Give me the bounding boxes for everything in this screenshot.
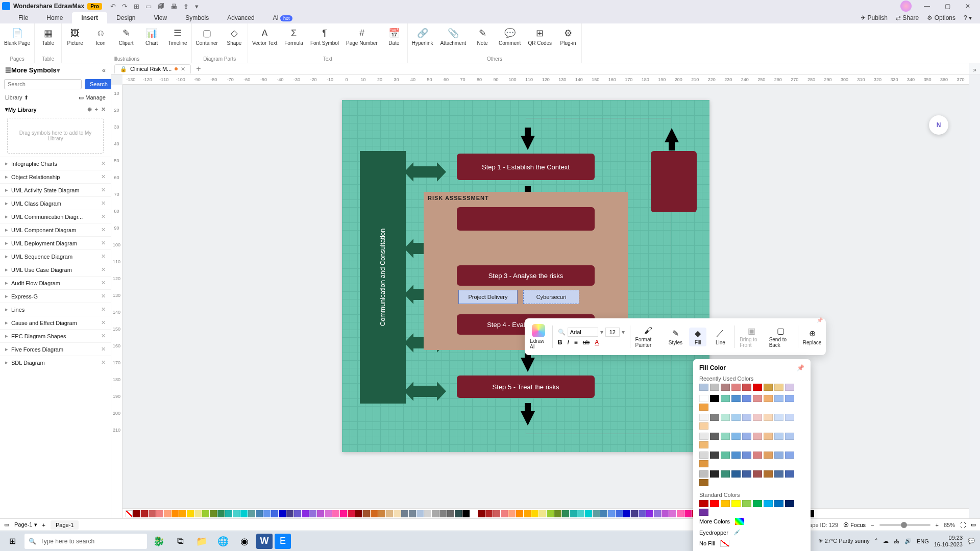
maximize-button[interactable]: ▢ [937, 3, 958, 10]
right-panel-toggle[interactable]: » [969, 63, 980, 518]
strike-button[interactable]: ab [583, 339, 590, 346]
color-swatch[interactable] [764, 452, 773, 459]
document-tab[interactable]: 🔒 Clinical Risk M... ✕ [114, 64, 191, 73]
palette-swatch[interactable] [401, 510, 408, 517]
taskbar-search[interactable]: 🔍Type here to search [24, 534, 147, 549]
color-swatch[interactable] [785, 384, 794, 391]
blank-page-button[interactable]: 📄Blank Page [4, 28, 30, 46]
chrome-icon[interactable]: ◉ [235, 533, 254, 549]
bring-to-front-button[interactable]: ▣Bring to Front [740, 325, 764, 348]
palette-swatch[interactable] [248, 510, 255, 517]
color-swatch[interactable] [753, 452, 762, 459]
color-swatch[interactable] [731, 470, 741, 478]
palette-swatch[interactable] [600, 510, 607, 517]
redo-icon[interactable]: ↷ [122, 3, 128, 10]
formula-button[interactable]: ΣFormula [284, 28, 303, 46]
palette-swatch[interactable] [149, 510, 156, 517]
new-tab-button[interactable]: + [196, 64, 201, 73]
category-item[interactable]: ▸Lines✕ [0, 303, 111, 316]
focus-toggle[interactable]: ⦿ Focus [843, 522, 866, 528]
color-swatch[interactable] [764, 470, 773, 478]
page-number-button[interactable]: #Page Number [346, 28, 378, 46]
color-swatch[interactable] [774, 384, 783, 391]
palette-swatch[interactable] [386, 510, 393, 517]
double-arrow-icon[interactable] [413, 166, 437, 178]
language-indicator[interactable]: ENG [917, 538, 929, 544]
shape-button[interactable]: ◇Shape [225, 28, 243, 46]
palette-swatch[interactable] [631, 510, 638, 517]
color-swatch[interactable] [721, 384, 730, 391]
palette-swatch[interactable] [172, 510, 179, 517]
palette-swatch[interactable] [240, 510, 248, 517]
page-list-icon[interactable]: ▭ [4, 521, 9, 528]
add-page-button[interactable]: + [42, 522, 45, 528]
user-avatar[interactable] [900, 1, 912, 12]
zoom-slider[interactable] [879, 524, 930, 526]
communication-column[interactable]: Communication and Consultation [360, 151, 406, 404]
color-swatch[interactable] [742, 500, 751, 507]
picture-button[interactable]: 🖼Picture [66, 28, 84, 46]
font-symbol-button[interactable]: ¶Font Symbol [310, 28, 339, 46]
color-swatch[interactable] [699, 404, 708, 411]
palette-swatch[interactable] [439, 510, 447, 517]
category-item[interactable]: ▸UML Sequence Diagram✕ [0, 249, 111, 263]
close-icon[interactable]: ✕ [101, 173, 106, 180]
canvas[interactable]: N Communication and Consultation [122, 85, 969, 507]
comment-button[interactable]: 💬Comment [499, 28, 521, 46]
palette-swatch[interactable] [554, 510, 561, 517]
close-button[interactable]: ✕ [958, 3, 978, 10]
palette-swatch[interactable] [194, 510, 202, 517]
arrow-up-icon[interactable] [665, 128, 679, 142]
palette-swatch[interactable] [363, 510, 370, 517]
collapse-panel-icon[interactable]: « [102, 66, 106, 74]
task-view-icon[interactable]: ⧉ [170, 533, 190, 549]
color-swatch[interactable] [764, 414, 773, 421]
table-button[interactable]: ▦Table [39, 28, 57, 46]
color-swatch[interactable] [753, 395, 762, 402]
share-button[interactable]: ⇄ Share [896, 14, 919, 21]
icon-button[interactable]: ☺Icon [91, 28, 110, 46]
diagram-page[interactable]: Communication and Consultation St [342, 100, 709, 452]
color-swatch[interactable] [699, 433, 708, 440]
color-swatch[interactable] [721, 395, 730, 402]
pin-icon[interactable]: 📌 [797, 364, 804, 371]
palette-swatch[interactable] [302, 510, 309, 517]
color-swatch[interactable] [699, 460, 708, 467]
color-swatch[interactable] [731, 433, 741, 440]
palette-swatch[interactable] [317, 510, 324, 517]
color-swatch[interactable] [699, 441, 708, 448]
color-swatch[interactable] [731, 395, 741, 402]
category-item[interactable]: ▸Five Forces Diagram✕ [0, 342, 111, 356]
container-button[interactable]: ▢Container [196, 28, 218, 46]
palette-swatch[interactable] [447, 510, 454, 517]
vector-text-button[interactable]: AVector Text [252, 28, 277, 46]
font-color-button[interactable]: A [595, 339, 599, 346]
color-swatch[interactable] [753, 470, 762, 478]
palette-swatch[interactable] [462, 510, 470, 517]
palette-swatch[interactable] [179, 510, 186, 517]
line-button[interactable]: ／Line [712, 329, 729, 345]
palette-swatch[interactable] [432, 510, 439, 517]
color-swatch[interactable] [764, 384, 773, 391]
close-icon[interactable]: ✕ [101, 280, 106, 286]
color-swatch[interactable] [699, 414, 708, 421]
color-swatch[interactable] [699, 384, 708, 391]
send-to-back-button[interactable]: ▢Send to Back [769, 325, 793, 348]
palette-swatch[interactable] [378, 510, 385, 517]
close-icon[interactable]: ✕ [101, 240, 106, 246]
palette-swatch[interactable] [271, 510, 278, 517]
palette-swatch[interactable] [409, 510, 416, 517]
undo-icon[interactable]: ↶ [110, 3, 116, 10]
color-swatch[interactable] [774, 500, 783, 507]
category-item[interactable]: ▸Object Relationship✕ [0, 170, 111, 183]
color-swatch[interactable] [764, 433, 773, 440]
palette-swatch[interactable] [424, 510, 431, 517]
tab-view[interactable]: View [144, 12, 176, 23]
category-item[interactable]: ▸UML Communication Diagr...✕ [0, 210, 111, 223]
file-explorer-icon[interactable]: 📁 [192, 533, 211, 549]
symbol-search-input[interactable] [4, 79, 82, 89]
palette-swatch[interactable] [455, 510, 462, 517]
palette-swatch[interactable] [585, 510, 592, 517]
palette-swatch[interactable] [133, 510, 140, 517]
qr-codes-button[interactable]: ⊞QR Codes [528, 28, 552, 46]
